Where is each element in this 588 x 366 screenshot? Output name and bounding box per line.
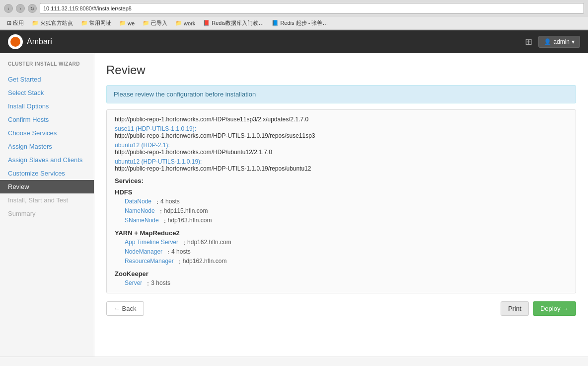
bookmarks-bar: ⊞ 应用 📁 火狐官方站点 📁 常用网址 📁 we 📁 已导入 📁 work 📕…	[0, 17, 588, 30]
repo-url-1: http://public-repo-1.hortonworks.com/HDP…	[115, 116, 568, 123]
app-logo: Ambari	[8, 34, 52, 49]
content-area: Review Please review the configuration b…	[94, 53, 588, 357]
browser-chrome: ‹ › ↻ ⊞ 应用 📁 火狐官方站点 📁 常用网址 📁 we 📁 已导入 📁 …	[0, 0, 588, 30]
dropdown-arrow-icon: ▾	[572, 38, 575, 45]
repo-entry-ubuntu12-utils: ubuntu12 (HDP-UTILS-1.1.0.19): http://pu…	[115, 158, 568, 172]
deploy-button[interactable]: Deploy →	[533, 301, 576, 316]
review-box: http://public-repo-1.hortonworks.com/HDP…	[106, 109, 576, 293]
grid-icon[interactable]: ⊞	[525, 36, 532, 47]
hdfs-datanode: DataNode ： 4 hosts	[115, 198, 568, 206]
bookmark-work[interactable]: 📁 work	[172, 19, 198, 27]
btn-group-right: Print Deploy →	[501, 301, 576, 316]
repo-link-ubuntu12-utils[interactable]: ubuntu12 (HDP-UTILS-1.1.0.19):	[115, 158, 202, 165]
browser-toolbar: ‹ › ↻	[0, 0, 588, 17]
repo-entry-suse11: suse11 (HDP-UTILS-1.1.0.19): http://publ…	[115, 125, 568, 139]
repo-link-ubuntu12-hdp[interactable]: ubuntu12 (HDP-2.1):	[115, 142, 170, 149]
yarn-timeline: App Timeline Server ： hdp162.hfln.com	[115, 239, 568, 247]
yarn-resourcemanager: ResourceManager ： hdp162.hfln.com	[115, 258, 568, 266]
services-label: Services:	[115, 177, 568, 184]
yarn-nodemanager: NodeManager ： 4 hosts	[115, 248, 568, 257]
sidebar-title: CLUSTER INSTALL WIZARD	[0, 61, 94, 73]
service-name-zookeeper: ZooKeeper	[115, 270, 568, 277]
print-button[interactable]: Print	[501, 301, 529, 316]
bookmark-we[interactable]: 📁 we	[116, 19, 138, 27]
bookmark-firefox[interactable]: 📁 火狐官方站点	[29, 18, 76, 28]
admin-button[interactable]: 👤 admin ▾	[538, 36, 580, 48]
header-right: ⊞ 👤 admin ▾	[525, 36, 580, 48]
hdfs-snamenode: SNameNode ： hdp163.hfln.com	[115, 217, 568, 225]
hdfs-namenode: NameNode ： hdp115.hfln.com	[115, 207, 568, 216]
back-button[interactable]: ‹	[4, 4, 13, 13]
sidebar-item-get-started[interactable]: Get Started	[0, 73, 94, 86]
url-bar[interactable]	[40, 3, 584, 14]
sidebar-item-select-stack[interactable]: Select Stack	[0, 86, 94, 99]
bookmark-redis2[interactable]: 📘 Redis 起步 - 张善…	[269, 18, 331, 28]
bookmark-apps[interactable]: ⊞ 应用	[4, 18, 27, 28]
zookeeper-server: Server ： 3 hosts	[115, 279, 568, 288]
sidebar-item-install-options[interactable]: Install Options	[0, 99, 94, 113]
sidebar-item-customize-services[interactable]: Customize Services	[0, 167, 94, 180]
repo-entry-ubuntu12-hdp: ubuntu12 (HDP-2.1): http://public-repo-1…	[115, 141, 568, 156]
sidebar-item-review[interactable]: Review	[0, 180, 94, 193]
main-layout: CLUSTER INSTALL WIZARD Get Started Selec…	[0, 53, 588, 357]
service-ambari-metrics: Ambari Metrics Metrics Collector ： hdp16…	[115, 292, 568, 293]
service-zookeeper: ZooKeeper Server ： 3 hosts	[115, 270, 568, 288]
sidebar: CLUSTER INSTALL WIZARD Get Started Selec…	[0, 53, 94, 357]
forward-button[interactable]: ›	[16, 4, 25, 13]
sidebar-item-install-start: Install, Start and Test	[0, 193, 94, 207]
sidebar-item-assign-slaves[interactable]: Assign Slaves and Clients	[0, 153, 94, 167]
repo-link-suse11[interactable]: suse11 (HDP-UTILS-1.1.0.19):	[115, 125, 196, 132]
bookmark-redis1[interactable]: 📕 Redis数据库入门教…	[200, 18, 267, 28]
page-footer: Licensed under the Apache License, Versi…	[0, 357, 588, 366]
action-bar: ← Back Print Deploy →	[106, 301, 576, 316]
service-hdfs: HDFS DataNode ： 4 hosts NameNode ： hdp11…	[115, 188, 568, 225]
service-name-ambari-metrics: Ambari Metrics	[115, 292, 568, 293]
service-yarn: YARN + MapReduce2 App Timeline Server ： …	[115, 229, 568, 266]
sidebar-item-summary: Summary	[0, 207, 94, 220]
app-title: Ambari	[27, 37, 52, 46]
bookmark-imported[interactable]: 📁 已导入	[140, 18, 170, 28]
service-name-hdfs: HDFS	[115, 188, 568, 196]
sidebar-item-choose-services[interactable]: Choose Services	[0, 126, 94, 140]
admin-icon: 👤	[544, 38, 551, 45]
app-header: Ambari ⊞ 👤 admin ▾	[0, 30, 588, 53]
reload-button[interactable]: ↻	[28, 4, 37, 13]
page-title: Review	[106, 63, 576, 77]
logo-inner	[10, 37, 20, 47]
service-name-yarn: YARN + MapReduce2	[115, 229, 568, 237]
sidebar-item-assign-masters[interactable]: Assign Masters	[0, 140, 94, 153]
review-banner: Please review the configuration before i…	[106, 85, 576, 103]
logo-circle	[8, 34, 23, 49]
review-scroll[interactable]: http://public-repo-1.hortonworks.com/HDP…	[107, 110, 576, 293]
sidebar-item-confirm-hosts[interactable]: Confirm Hosts	[0, 113, 94, 126]
back-button[interactable]: ← Back	[106, 301, 144, 316]
bookmark-common[interactable]: 📁 常用网址	[78, 18, 114, 28]
